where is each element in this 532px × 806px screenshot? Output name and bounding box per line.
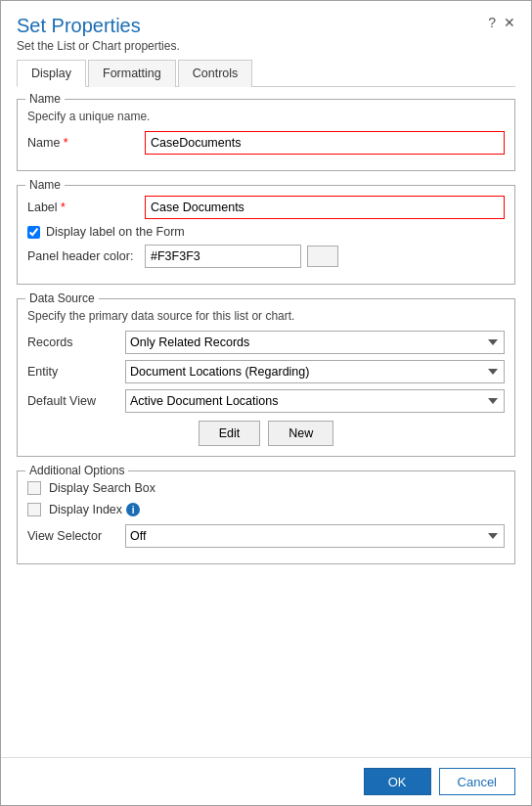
dialog-header: Set Properties Set the List or Chart pro… (1, 1, 531, 59)
label-required-star: * (58, 201, 66, 214)
label-section: Name Label * Display label on the Form P… (17, 185, 515, 285)
label-input[interactable] (145, 196, 505, 219)
default-view-row: Default View Active Document Locations (27, 389, 505, 413)
search-box-checkbox[interactable] (27, 481, 41, 495)
entity-label: Entity (27, 365, 125, 379)
additional-options-section: Additional Options Display Search Box Di… (17, 470, 515, 564)
display-index-row: Display Index i (27, 503, 505, 516)
edit-button[interactable]: Edit (199, 421, 261, 446)
edit-new-buttons: Edit New (27, 421, 505, 446)
dialog-body: Display Formatting Controls Name Specify… (1, 59, 531, 757)
records-row: Records Only Related RecordsAll Records (27, 331, 505, 354)
label-label: Label * (27, 201, 145, 214)
info-icon[interactable]: i (126, 503, 140, 516)
name-required-star: * (60, 136, 67, 150)
dialog-title: Set Properties (17, 15, 180, 37)
new-button[interactable]: New (268, 421, 333, 446)
display-label-row: Display label on the Form (27, 225, 505, 239)
panel-header-input[interactable] (145, 245, 301, 268)
header-left: Set Properties Set the List or Chart pro… (17, 15, 180, 53)
help-icon[interactable]: ? (488, 15, 496, 30)
name-section-note: Specify a unique name. (27, 110, 505, 123)
header-actions: ? ✕ (488, 15, 515, 30)
label-section-legend: Name (25, 178, 65, 192)
name-section-legend: Name (25, 92, 65, 106)
name-label: Name * (27, 136, 145, 150)
records-select[interactable]: Only Related RecordsAll Records (125, 331, 505, 354)
name-row: Name * (27, 131, 505, 155)
view-selector-select[interactable]: OffShow All ViewsShow Selected Views (125, 524, 505, 548)
default-view-select[interactable]: Active Document Locations (125, 389, 505, 413)
display-label-text: Display label on the Form (46, 225, 185, 239)
data-source-note: Specify the primary data source for this… (27, 309, 505, 323)
display-index-checkbox[interactable] (27, 503, 41, 516)
data-source-legend: Data Source (25, 291, 99, 305)
additional-options-legend: Additional Options (25, 464, 128, 477)
tab-bar: Display Formatting Controls (17, 59, 515, 87)
color-preview (307, 246, 338, 267)
search-box-label: Display Search Box (49, 481, 155, 495)
view-selector-label: View Selector (27, 529, 125, 543)
data-source-section: Data Source Specify the primary data sou… (17, 298, 515, 457)
view-selector-row: View Selector OffShow All ViewsShow Sele… (27, 524, 505, 548)
data-source-content: Specify the primary data source for this… (27, 309, 505, 446)
name-section: Name Specify a unique name. Name * (17, 99, 515, 171)
tab-display[interactable]: Display (17, 60, 86, 87)
cancel-button[interactable]: Cancel (439, 768, 515, 795)
search-box-row: Display Search Box (27, 481, 505, 495)
name-input[interactable] (145, 131, 505, 155)
default-view-label: Default View (27, 394, 125, 408)
display-index-label: Display Index (49, 503, 122, 516)
entity-row: Entity Document Locations (Regarding) (27, 360, 505, 383)
tab-formatting[interactable]: Formatting (88, 60, 176, 87)
dialog-footer: OK Cancel (1, 757, 531, 805)
entity-select[interactable]: Document Locations (Regarding) (125, 360, 505, 383)
display-label-checkbox[interactable] (27, 226, 40, 239)
tab-controls[interactable]: Controls (178, 60, 253, 87)
close-icon[interactable]: ✕ (504, 15, 515, 30)
panel-header-row: Panel header color: (27, 245, 505, 268)
name-section-content: Specify a unique name. Name * (27, 110, 505, 155)
set-properties-dialog: Set Properties Set the List or Chart pro… (0, 0, 532, 806)
label-section-content: Label * Display label on the Form Panel … (27, 196, 505, 268)
ok-button[interactable]: OK (364, 768, 431, 795)
panel-header-label: Panel header color: (27, 249, 145, 263)
additional-options-content: Display Search Box Display Index i View … (27, 481, 505, 548)
label-row: Label * (27, 196, 505, 219)
records-label: Records (27, 336, 125, 349)
dialog-subtitle: Set the List or Chart properties. (17, 39, 180, 53)
